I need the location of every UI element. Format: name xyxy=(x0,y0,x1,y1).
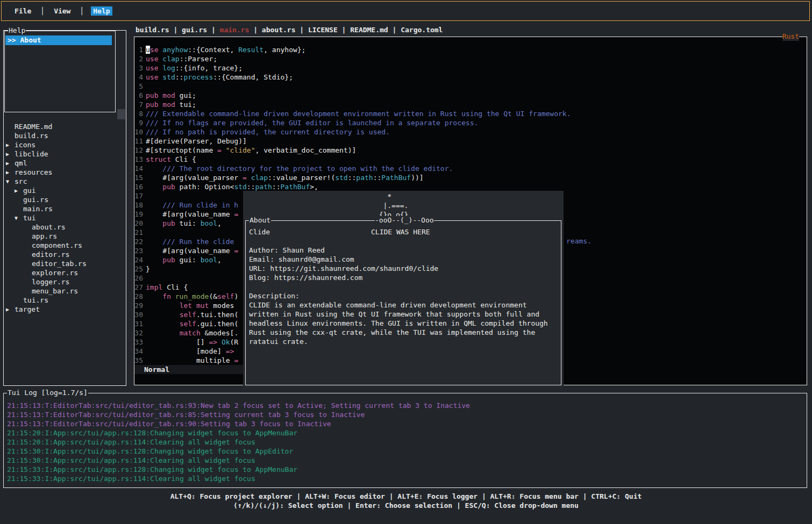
code-token: ) xyxy=(234,292,238,300)
line-number: 10 xyxy=(134,127,143,137)
tree-item-target[interactable]: ▶target xyxy=(4,305,126,314)
code-line[interactable]: 8/// Extendable command-line driven deve… xyxy=(134,109,807,118)
code-token: se xyxy=(150,46,159,54)
tab-license[interactable]: LICENSE xyxy=(308,26,338,34)
tree-item-logger-rs[interactable]: logger.rs xyxy=(4,277,126,286)
tree-item-editor-tab-rs[interactable]: editor_tab.rs xyxy=(4,259,126,268)
line-number: 30 xyxy=(134,310,143,319)
code-token xyxy=(217,338,222,346)
code-line[interactable]: 9/// If no flags are provided, the GUI e… xyxy=(134,118,807,127)
menu-separator: │ xyxy=(80,7,84,15)
code-token: bool xyxy=(201,219,217,227)
code-line[interactable]: 16 pub path: Option<std::path::PathBuf>, xyxy=(134,182,807,191)
code-line[interactable]: 13struct Cli { xyxy=(134,155,807,164)
tab-cargo-toml[interactable]: Cargo.toml xyxy=(401,26,443,34)
tab-about-rs[interactable]: about.rs xyxy=(262,26,296,34)
code-token: ::value_parser!( xyxy=(268,174,335,182)
tree-indent xyxy=(23,232,32,241)
log-line-trace: 21:15:13:T:EditorTab:src/tui/editor_tab.… xyxy=(7,410,470,419)
code-text: pub path: Option<std::path::PathBuf>, xyxy=(146,182,318,191)
chevron-collapsed-icon: ▶ xyxy=(15,186,23,195)
code-line[interactable]: 1use anyhow::{Context, Result, anyhow}; xyxy=(134,45,807,54)
code-line[interactable]: 7pub mod tui; xyxy=(134,100,807,109)
code-line[interactable]: 14 /// The root directory for the projec… xyxy=(134,164,807,173)
code-text: match &modes[. xyxy=(146,328,238,338)
ascii-art: * |.===. {}o o{} xyxy=(248,192,408,219)
tree-item-gui[interactable]: ▶gui xyxy=(4,186,126,195)
tree-item-label: qml xyxy=(15,159,27,168)
menu-item-file[interactable]: File xyxy=(12,6,33,16)
code-line[interactable]: 3use log::{info, trace}; xyxy=(134,63,807,73)
code-line[interactable]: 15 #[arg(value_parser = clap::value_pars… xyxy=(134,173,807,182)
code-line[interactable]: 6pub mod gui; xyxy=(134,91,807,100)
code-token xyxy=(146,256,162,264)
code-line[interactable]: 4use std::process::{Command, Stdio}; xyxy=(134,73,807,82)
code-text: struct Cli { xyxy=(146,155,196,164)
tree-item-qml[interactable]: ▶qml xyxy=(4,159,126,168)
tab-gui-rs[interactable]: gui.rs xyxy=(182,26,207,34)
code-token: Cli { xyxy=(162,283,188,291)
tree-indent xyxy=(6,122,15,131)
code-token: "clide" xyxy=(226,146,255,154)
line-number: 23 xyxy=(134,246,143,255)
tree-item-src[interactable]: ▼src xyxy=(4,177,126,186)
code-text: #[arg(value_name = xyxy=(146,210,238,219)
tree-item-main-rs[interactable]: main.rs xyxy=(4,204,126,213)
code-token: std xyxy=(234,183,246,191)
code-token: fn xyxy=(162,292,171,300)
code-line[interactable]: 12#[structopt(name = "clide", verbatim_d… xyxy=(134,146,807,155)
log-lines: 21:15:13:T:EditorTab:src/tui/editor_tab.… xyxy=(7,401,470,483)
tree-item-label: gui.rs xyxy=(23,195,48,204)
code-token: modes xyxy=(209,302,234,310)
chevron-expanded-icon: ▼ xyxy=(15,213,23,222)
line-number: 5 xyxy=(134,82,143,91)
tree-item-label: src xyxy=(15,177,27,186)
tab-build-rs[interactable]: build.rs xyxy=(136,26,169,34)
tree-item-libclide[interactable]: ▶libclide xyxy=(4,149,126,159)
code-line[interactable]: 10/// If no path is provided, the curren… xyxy=(134,127,807,137)
tree-item-build-rs[interactable]: build.rs xyxy=(4,131,126,140)
tree-item-editor-rs[interactable]: editor.rs xyxy=(4,250,126,259)
tree-item-component-rs[interactable]: component.rs xyxy=(4,241,126,250)
code-token: #[structopt(name xyxy=(146,146,217,154)
tree-item-about-rs[interactable]: about.rs xyxy=(4,222,126,232)
about-line xyxy=(249,282,548,291)
line-number: 24 xyxy=(134,255,143,264)
tab-readme-md[interactable]: README.md xyxy=(350,26,388,34)
tree-item-tui[interactable]: ▼tui xyxy=(4,213,126,222)
menu-item-view[interactable]: View xyxy=(52,6,73,16)
code-text: #[derive(Parser, Debug)] xyxy=(146,137,247,146)
editor-tab-bar: build.rs | gui.rs | main.rs | about.rs |… xyxy=(136,25,443,35)
menu-item-help[interactable]: Help xyxy=(91,6,112,16)
tree-item-tui-rs[interactable]: tui.rs xyxy=(4,296,126,305)
code-line[interactable]: 5 xyxy=(134,82,807,91)
line-number: 34 xyxy=(134,347,143,356)
tree-item-label: libclide xyxy=(15,149,48,159)
tree-item-explorer-rs[interactable]: explorer.rs xyxy=(4,268,126,277)
tree-item-icons[interactable]: ▶icons xyxy=(4,140,126,149)
code-token: path: Option< xyxy=(175,183,234,191)
tree-item-app-rs[interactable]: app.rs xyxy=(4,232,126,241)
log-line-trace: 21:15:13:T:EditorTab:src/tui/editor_tab.… xyxy=(7,401,470,410)
tree-item-gui-rs[interactable]: gui.rs xyxy=(4,195,126,204)
line-number: 28 xyxy=(134,292,143,301)
code-token: , xyxy=(217,256,222,264)
code-token xyxy=(146,329,180,337)
explorer-scrollbar-thumb[interactable] xyxy=(117,109,125,119)
tree-item-label: target xyxy=(15,305,40,314)
code-line[interactable]: 11#[derive(Parser, Debug)] xyxy=(134,137,807,146)
code-text: pub gui: bool, xyxy=(146,255,222,264)
code-token: u xyxy=(146,46,150,54)
code-token: pub xyxy=(162,256,175,264)
about-line: ratatui crate. xyxy=(249,337,548,346)
dropdown-item-about[interactable]: >> About xyxy=(5,35,112,45)
code-token: => xyxy=(209,338,217,346)
tree-item-README-md[interactable]: README.md xyxy=(4,122,126,131)
tree-item-menu-bar-rs[interactable]: menu_bar.rs xyxy=(4,286,126,296)
tree-item-resources[interactable]: ▶resources xyxy=(4,168,126,177)
code-line[interactable]: 2use clap::Parser; xyxy=(134,54,807,63)
about-line: URL: https://git.shaunreed.com/shaunrd0/… xyxy=(249,264,548,273)
tree-item-label: menu_bar.rs xyxy=(32,286,78,296)
keybinding-help-line-2: (↑/k)/(↓/j): Select option | Enter: Choo… xyxy=(0,501,812,509)
tab-main-rs[interactable]: main.rs xyxy=(220,26,250,34)
